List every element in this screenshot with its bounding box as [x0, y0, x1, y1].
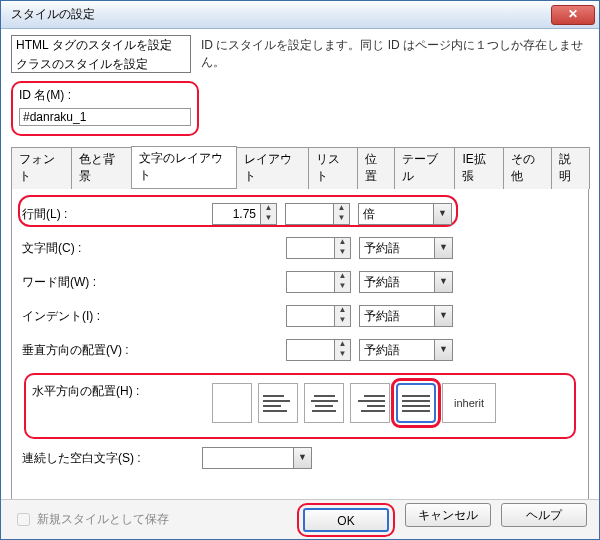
line-value-spin[interactable]: ▲▼ — [212, 203, 277, 225]
id-name-input[interactable] — [19, 108, 191, 126]
halign-none[interactable] — [212, 383, 252, 423]
spin-arrows-icon[interactable]: ▲▼ — [333, 203, 350, 225]
titlebar: スタイルの設定 ✕ — [1, 1, 599, 29]
letter-unit-combo[interactable]: ▼ — [359, 237, 453, 259]
list-item[interactable]: HTML タグのスタイルを設定 — [12, 36, 190, 55]
valign-value-spin[interactable]: ▲▼ — [286, 339, 351, 361]
indent-value-input[interactable] — [286, 305, 334, 327]
halign-inherit[interactable]: inherit — [442, 383, 496, 423]
tab-layout[interactable]: レイアウト — [236, 147, 308, 189]
chevron-down-icon[interactable]: ▼ — [434, 340, 452, 360]
chevron-down-icon[interactable]: ▼ — [434, 272, 452, 292]
row-valign: 垂直方向の配置(V) : ▲▼ ▼ — [22, 339, 578, 361]
halign-left[interactable] — [258, 383, 298, 423]
line-value2-spin[interactable]: ▲▼ — [285, 203, 350, 225]
letter-value-input[interactable] — [286, 237, 334, 259]
valign-unit-combo[interactable]: ▼ — [359, 339, 453, 361]
spin-arrows-icon[interactable]: ▲▼ — [334, 237, 351, 259]
line-value2-input[interactable] — [285, 203, 333, 225]
spin-arrows-icon[interactable]: ▲▼ — [334, 271, 351, 293]
letter-value-spin[interactable]: ▲▼ — [286, 237, 351, 259]
chevron-down-icon[interactable]: ▼ — [434, 238, 452, 258]
row-halign: 水平方向の配置(H) : inherit — [24, 373, 576, 439]
halign-center[interactable] — [304, 383, 344, 423]
spin-arrows-icon[interactable]: ▲▼ — [334, 339, 351, 361]
halign-options: inherit — [212, 383, 502, 423]
list-item[interactable]: クラスのスタイルを設定 — [12, 55, 190, 73]
row-line-height: 行間(L) : ▲▼ ▲▼ ▼ — [22, 203, 578, 225]
word-label: ワード間(W) : — [22, 274, 162, 291]
id-name-label: ID 名(M) : — [19, 87, 191, 104]
tab-font[interactable]: フォント — [11, 147, 72, 189]
tab-table[interactable]: テーブル — [394, 147, 455, 189]
indent-value-spin[interactable]: ▲▼ — [286, 305, 351, 327]
halign-label: 水平方向の配置(H) : — [32, 383, 172, 400]
halign-right[interactable] — [350, 383, 390, 423]
spin-arrows-icon[interactable]: ▲▼ — [260, 203, 277, 225]
row-word-spacing: ワード間(W) : ▲▼ ▼ — [22, 271, 578, 293]
ok-button[interactable]: OK — [303, 508, 389, 532]
word-unit-combo[interactable]: ▼ — [359, 271, 453, 293]
ok-highlight: OK — [297, 503, 395, 537]
help-button[interactable]: ヘルプ — [501, 503, 587, 527]
textlayout-pane: 行間(L) : ▲▼ ▲▼ ▼ 文字間(C) : — [11, 189, 589, 505]
tab-ie[interactable]: IE拡張 — [454, 147, 503, 189]
letter-label: 文字間(C) : — [22, 240, 162, 257]
chevron-down-icon[interactable]: ▼ — [433, 204, 451, 224]
valign-label: 垂直方向の配置(V) : — [22, 342, 162, 359]
row-whitespace: 連続した空白文字(S) : ▼ — [22, 447, 578, 469]
wspace-combo[interactable]: ▼ — [202, 447, 312, 469]
line-label: 行間(L) : — [22, 206, 162, 223]
valign-value-input[interactable] — [286, 339, 334, 361]
tab-colorbg[interactable]: 色と背景 — [71, 147, 132, 189]
id-name-group: ID 名(M) : — [11, 81, 199, 136]
dialog-footer: 新規スタイルとして保存 OK キャンセル ヘルプ — [1, 499, 599, 539]
indent-unit-combo[interactable]: ▼ — [359, 305, 453, 327]
wspace-label: 連続した空白文字(S) : — [22, 450, 162, 467]
tab-desc[interactable]: 説明 — [551, 147, 590, 189]
save-as-new-checkbox[interactable]: 新規スタイルとして保存 — [13, 510, 169, 529]
word-value-spin[interactable]: ▲▼ — [286, 271, 351, 293]
style-target-list[interactable]: HTML タグのスタイルを設定 クラスのスタイルを設定 ID のスタイルを設定 — [11, 35, 191, 73]
tab-other[interactable]: その他 — [503, 147, 553, 189]
hint-text: ID にスタイルを設定します。同じ ID はページ内に１つしか存在しません。 — [201, 35, 589, 73]
tab-textlayout[interactable]: 文字のレイアウト — [131, 146, 237, 188]
row-letter-spacing: 文字間(C) : ▲▼ ▼ — [22, 237, 578, 259]
indent-label: インデント(I) : — [22, 308, 162, 325]
close-icon[interactable]: ✕ — [551, 5, 595, 25]
spin-arrows-icon[interactable]: ▲▼ — [334, 305, 351, 327]
tab-position[interactable]: 位置 — [357, 147, 396, 189]
tab-list[interactable]: リスト — [308, 147, 358, 189]
save-as-new-label: 新規スタイルとして保存 — [37, 511, 169, 528]
tab-bar: フォント 色と背景 文字のレイアウト レイアウト リスト 位置 テーブル IE拡… — [11, 146, 589, 189]
cancel-button[interactable]: キャンセル — [405, 503, 491, 527]
line-unit-combo[interactable]: ▼ — [358, 203, 452, 225]
row-indent: インデント(I) : ▲▼ ▼ — [22, 305, 578, 327]
save-as-new-input[interactable] — [17, 513, 30, 526]
window-title: スタイルの設定 — [11, 6, 551, 23]
chevron-down-icon[interactable]: ▼ — [293, 448, 311, 468]
dialog-window: スタイルの設定 ✕ HTML タグのスタイルを設定 クラスのスタイルを設定 ID… — [0, 0, 600, 540]
halign-justify[interactable] — [396, 383, 436, 423]
word-value-input[interactable] — [286, 271, 334, 293]
line-value-input[interactable] — [212, 203, 260, 225]
chevron-down-icon[interactable]: ▼ — [434, 306, 452, 326]
